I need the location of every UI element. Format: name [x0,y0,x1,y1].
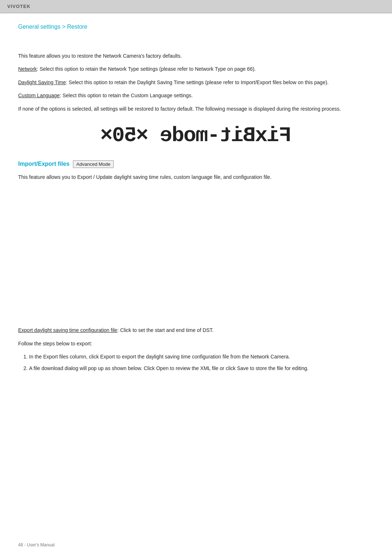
custom-lang-description: Custom Language: Select this option to r… [18,91,374,99]
footer-text: 48 - User's Manual [18,542,54,547]
header-bar: VIVOTEK [0,0,392,13]
network-text: : Select this option to retain the Netwo… [37,66,256,72]
export-steps-list: In the Export files column, click Export… [29,353,374,373]
export-dst-line: Export daylight saving time configuratio… [18,326,374,334]
dst-text: : Select this option to retain the Dayli… [66,79,329,85]
network-description: Network: Select this option to retain th… [18,65,374,73]
restore-description: This feature allows you to restore the N… [18,52,374,60]
none-selected-text: If none of the options is selected, all … [18,105,374,113]
restore-image-container: FixBit-mode ×50× [18,124,374,147]
step-2-text: A file download dialog will pop up as sh… [29,365,309,371]
follow-steps-text: Follow the steps below to export: [18,340,374,348]
dst-term: Daylight Saving Time [18,79,66,85]
custom-lang-term: Custom Language [18,93,60,98]
restore-image-text: FixBit-mode ×50× [101,124,291,147]
list-item: A file download dialog will pop up as sh… [29,364,374,373]
advanced-mode-button[interactable]: Advanced Mode [73,160,114,168]
import-export-title-text: Import/Export files [18,161,69,167]
export-dst-text: : Click to set the start and end time of… [117,327,213,333]
breadcrumb[interactable]: General settings > Restore [18,24,374,30]
list-item: In the Export files column, click Export… [29,353,374,361]
bottom-section: Export daylight saving time configuratio… [18,326,374,373]
network-term: Network [18,66,37,72]
custom-lang-text: : Select this option to retain the Custo… [60,93,193,98]
dst-description: Daylight Saving Time: Select this option… [18,78,374,86]
export-dst-label: Export daylight saving time configuratio… [18,327,117,333]
import-export-title: Import/Export files Advanced Mode [18,160,374,168]
main-content: General settings > Restore This feature … [0,13,392,390]
brand-label: VIVOTEK [7,4,30,9]
step-1-text: In the Export files column, click Export… [29,354,290,360]
import-export-description: This feature allows you to Export / Upda… [18,173,374,181]
